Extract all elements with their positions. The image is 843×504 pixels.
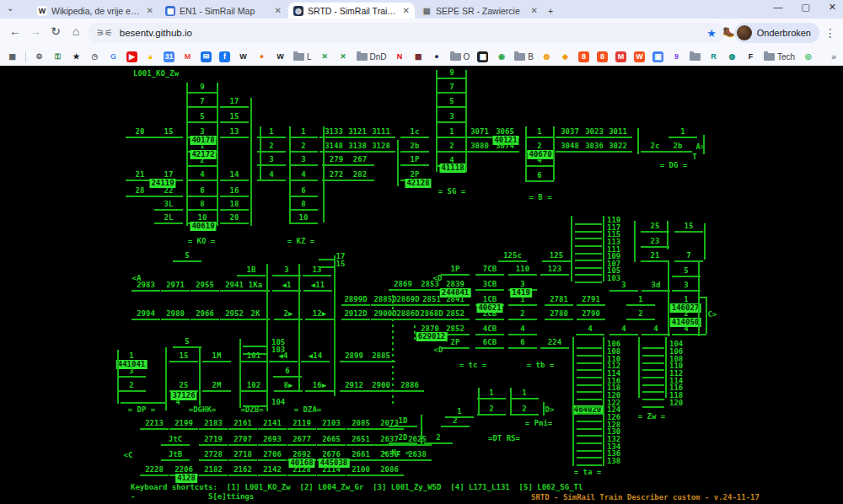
bookmark-icon[interactable]: ⚙ (34, 51, 45, 62)
bookmark-icon[interactable]: ◍ (541, 51, 552, 62)
tab-close-icon[interactable]: ✕ (531, 6, 538, 15)
track-label: 3 (672, 281, 701, 292)
track-label: 1c (400, 127, 429, 138)
tab-close-icon[interactable]: ✕ (403, 6, 410, 15)
reload-icon[interactable]: ↻ (47, 24, 64, 38)
track-label: <C (110, 451, 147, 459)
track-line-horizontal (575, 223, 602, 225)
bookmark-folder[interactable]: Tech (764, 52, 795, 62)
bookmark-icon[interactable]: W (238, 51, 249, 62)
back-icon[interactable]: ← (7, 24, 24, 38)
bookmark-icon[interactable]: ▣ (652, 51, 663, 62)
track-label: A> (682, 142, 719, 151)
folder-icon (293, 53, 304, 61)
tab-close-icon[interactable]: ✕ (275, 6, 282, 15)
track-label: T (676, 153, 713, 161)
track-label: 16 (220, 186, 249, 197)
track-label: 2780 (545, 309, 573, 320)
tab-search-chevron-icon[interactable]: ⌄ (7, 3, 13, 13)
track-label: 102 (239, 381, 268, 392)
bookmark-folder[interactable]: B (514, 52, 534, 62)
bookmark-icon[interactable]: ▦ (7, 51, 18, 62)
bookmark-star-icon[interactable]: ★ (706, 27, 717, 40)
bookmark-folder[interactable]: L (293, 52, 312, 62)
bookmark-icon[interactable]: f (219, 51, 230, 62)
track-label: 2728 (199, 450, 228, 461)
url-bar[interactable]: ⚞⚟ besentv.github.io ★ (88, 23, 725, 43)
maximize-button[interactable]: ▢ (801, 2, 809, 13)
track-line-vertical (704, 223, 706, 260)
bookmark-icon[interactable]: ★ (71, 51, 82, 62)
bookmark-icon[interactable]: G (108, 51, 119, 62)
bookmark-icon[interactable]: N (395, 51, 405, 62)
track-label: 2 (508, 309, 537, 320)
track-line-vertical (553, 126, 555, 180)
track-label: 138 (607, 457, 620, 465)
track-label: 1 (289, 127, 318, 138)
favicon: f (219, 51, 230, 62)
bookmark-icon[interactable]: F (745, 51, 756, 62)
bookmark-icon[interactable]: ⚿ (52, 51, 63, 62)
track-label: 12▶ (305, 309, 334, 320)
bookmark-icon[interactable]: ● (256, 51, 267, 62)
tab-3[interactable]: ◍SRTD - SimRail Train Describer✕ (288, 3, 415, 19)
bookmark-folder[interactable]: DnD (357, 52, 387, 62)
bookmark-icon[interactable]: W (634, 51, 645, 62)
track-label: 2162 (228, 465, 257, 476)
favicon: ★ (71, 51, 82, 62)
bookmark-icon[interactable]: ◷ (89, 51, 100, 62)
bookmark-icon[interactable]: ▩ (413, 51, 424, 62)
menu-kebab-icon[interactable]: ⋮ (824, 26, 836, 40)
bookmark-icon[interactable]: M (182, 51, 193, 62)
bookmark-icon[interactable]: 9 (671, 51, 682, 62)
extension-icon[interactable]: 🥾 (722, 26, 735, 38)
close-button[interactable]: ✕ (829, 2, 836, 13)
tab-favicon: W (37, 6, 47, 16)
track-label: 2899D (341, 295, 370, 306)
bookmark-icon[interactable]: ◆ (560, 51, 571, 62)
track-label: 20 (126, 127, 154, 138)
forward-icon[interactable]: → (27, 24, 44, 38)
tab-1[interactable]: WWikipedia, de vrije encyclopedi✕ (32, 3, 158, 19)
bookmark-icon[interactable]: W (275, 51, 286, 62)
tab-close-icon[interactable]: ✕ (147, 6, 153, 15)
bookmark-icon[interactable]: 8 (578, 51, 589, 62)
track-label: 2119 (287, 419, 316, 430)
bookmark-folder[interactable] (690, 53, 701, 61)
bookmark-icon[interactable]: ✉ (201, 51, 212, 62)
station-label: = DZA= (282, 405, 333, 414)
minimize-button[interactable]: — (773, 2, 782, 13)
bookmark-icon[interactable]: M (615, 51, 626, 62)
new-tab-button[interactable]: + (544, 3, 557, 19)
track-label: 3 (272, 265, 301, 276)
track-line-vertical (436, 70, 438, 172)
home-icon[interactable]: ⌂ (67, 24, 84, 38)
track-label: ◀11 (303, 281, 332, 292)
bookmark-folder[interactable]: O (450, 52, 470, 62)
bookmark-icon[interactable]: ● (432, 51, 443, 62)
tab-4[interactable]: ▤SEPE SR - Zawiercie✕ (416, 3, 543, 19)
tab-2[interactable]: ▦EN1 - SimRail Map✕ (160, 3, 287, 19)
bookmark-icon[interactable]: ▦ (477, 51, 488, 62)
bookmark-icon[interactable]: ◍ (727, 51, 738, 62)
bookmark-icon[interactable]: ◎ (803, 51, 813, 62)
url-text[interactable]: besentv.github.io (120, 28, 701, 38)
bookmark-icon[interactable]: ▶ (126, 51, 137, 62)
station-label: = tc = (448, 361, 498, 369)
bookmark-icon[interactable]: ✕ (319, 51, 330, 62)
bookmark-icon[interactable]: R (708, 51, 719, 62)
bookmark-icon[interactable]: 31 (164, 51, 175, 62)
bookmark-icon[interactable]: ◉ (496, 51, 507, 62)
bookmark-icon[interactable]: ▲ (145, 51, 156, 62)
track-line-vertical (478, 388, 480, 415)
site-settings-icon[interactable]: ⚞⚟ (96, 28, 113, 39)
bookmark-icon[interactable]: 8 (597, 51, 608, 62)
favicon: ✕ (338, 51, 349, 62)
station-label: = Zw = (626, 412, 677, 421)
profile-chip[interactable]: Onderbroken (734, 23, 819, 43)
bookmark-icon[interactable]: ✕ (338, 51, 349, 62)
bookmarks-overflow-icon[interactable]: » (831, 51, 836, 62)
track-label: 3d (642, 281, 670, 292)
track-label: 110 (508, 265, 537, 276)
track-label: 282 (346, 170, 374, 181)
